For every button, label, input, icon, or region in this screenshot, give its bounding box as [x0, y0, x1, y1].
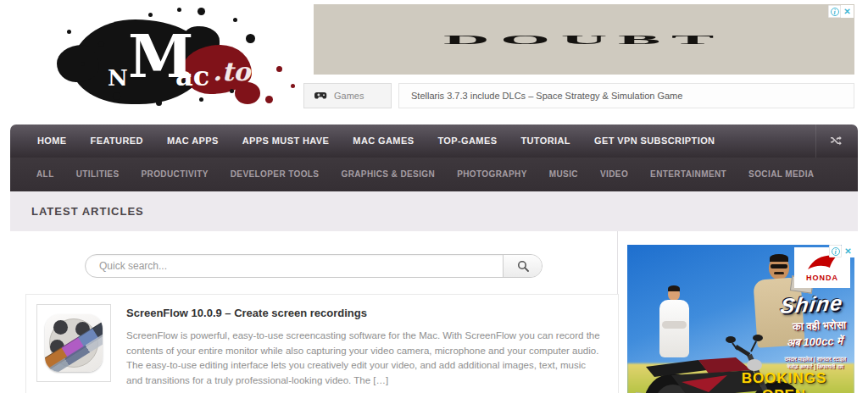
ad-cta-line-1: BOOKINGS — [729, 370, 839, 387]
shine-product-logo: Shine — [779, 291, 844, 318]
section-title: LATEST ARTICLES — [31, 205, 144, 218]
ad-cta-line-2: OPEN — [729, 387, 839, 393]
subnav-item-photography[interactable]: PHOTOGRAPHY — [446, 158, 538, 191]
nav-item-home[interactable]: HOME — [25, 125, 79, 158]
ad-controls: i ✕ — [829, 245, 854, 257]
search-button[interactable] — [503, 255, 542, 277]
ticker-category-button[interactable]: Games — [303, 83, 392, 108]
top-ad-banner[interactable]: DOUBT i ✕ — [314, 4, 854, 75]
shuffle-icon — [831, 136, 844, 147]
nav-item-get-vpn-subscription[interactable]: GET VPN SUBSCRIPTION — [582, 125, 726, 158]
article-card: ScreenFlow 10.0.9 – Create screen record… — [25, 294, 619, 393]
nav-item-mac-apps[interactable]: MAC APPS — [155, 125, 231, 158]
random-article-button[interactable] — [815, 125, 858, 158]
reel-hole — [53, 320, 68, 335]
main-nav: HOME FEATURED MAC APPS APPS MUST HAVE MA… — [10, 125, 858, 158]
ad-close-icon[interactable]: ✕ — [841, 5, 854, 18]
search-icon — [517, 260, 529, 272]
subnav-item-developer-tools[interactable]: DEVELOPER TOOLS — [220, 158, 331, 191]
logo-letters-to: .to — [213, 57, 250, 86]
subnav-item-all[interactable]: ALL — [25, 158, 65, 191]
honda-brand-text: HONDA — [806, 274, 838, 282]
logo-text: N M ac .to — [47, 4, 267, 116]
ad-features: दमदार माइलेज | शानदार स्टाइल बेजोड़ कम्फ… — [785, 355, 846, 370]
section-header: LATEST ARTICLES — [10, 191, 858, 231]
search-form — [85, 254, 542, 278]
ticker-headline: Stellaris 3.7.3 include DLCs – Space Str… — [411, 91, 682, 101]
nav-item-apps-must-have[interactable]: APPS MUST HAVE — [231, 125, 342, 158]
subnav-item-entertainment[interactable]: ENTERTAINMENT — [639, 158, 737, 191]
ad-feature-line-2: बेजोड़ कम्फर्ट | किफायती दाम — [785, 363, 846, 370]
ad-close-icon[interactable]: ✕ — [842, 245, 854, 257]
ad-cta-text: BOOKINGS OPEN — [729, 370, 839, 393]
page: { "brand": { "n": "N", "m": "M", "ac": "… — [0, 0, 868, 393]
ticker-headline-link[interactable]: Stellaris 3.7.3 include DLCs – Space Str… — [398, 83, 854, 108]
news-ticker-row: Games Stellaris 3.7.3 include DLCs – Spa… — [303, 83, 854, 108]
ad-tagline-1: का वही भरोसा — [793, 318, 847, 334]
ad-tagline-2: अब 100cc में — [787, 335, 843, 350]
nav-item-featured[interactable]: FEATURED — [79, 125, 155, 158]
gamepad-icon — [314, 91, 327, 101]
subnav-item-graphics-design[interactable]: GRAPHICS & DESIGN — [330, 158, 446, 191]
nav-item-top-games[interactable]: TOP-GAMES — [426, 125, 509, 158]
ticker-category-label: Games — [334, 91, 364, 101]
article-thumbnail[interactable] — [36, 304, 111, 382]
subnav-item-productivity[interactable]: PRODUCTIVITY — [130, 158, 219, 191]
ad-feature-line-1: दमदार माइलेज | शानदार स्टाइल — [785, 355, 846, 363]
category-nav: ALL UTILITIES PRODUCTIVITY DEVELOPER TOO… — [10, 158, 858, 191]
subnav-item-music[interactable]: MUSIC — [538, 158, 589, 191]
subnav-item-utilities[interactable]: UTILITIES — [65, 158, 131, 191]
ad-controls: i ✕ — [828, 5, 854, 18]
sidebar-ad-honda[interactable]: HONDA i ✕ Shine का वही भरोसा अब 100cc मे… — [627, 245, 854, 393]
search-input[interactable] — [86, 255, 503, 277]
nav-item-mac-games[interactable]: MAC GAMES — [341, 125, 426, 158]
site-logo[interactable]: N M ac .to — [47, 4, 267, 116]
adchoices-info-icon[interactable]: i — [829, 245, 842, 257]
logo-letter-n: N — [108, 65, 128, 91]
top-ad-text: DOUBT — [443, 32, 725, 47]
article-title[interactable]: ScreenFlow 10.0.9 – Create screen record… — [126, 307, 367, 319]
article-excerpt: ScreenFlow is powerful, easy-to-use scre… — [126, 329, 603, 388]
logo-letters-ac: ac — [175, 60, 209, 92]
adchoices-info-icon[interactable]: i — [828, 5, 841, 18]
subnav-item-social-media[interactable]: SOCIAL MEDIA — [737, 158, 825, 191]
nav-item-tutorial[interactable]: TUTORIAL — [509, 125, 582, 158]
screenflow-app-icon — [45, 314, 103, 372]
subnav-item-video[interactable]: VIDEO — [589, 158, 639, 191]
